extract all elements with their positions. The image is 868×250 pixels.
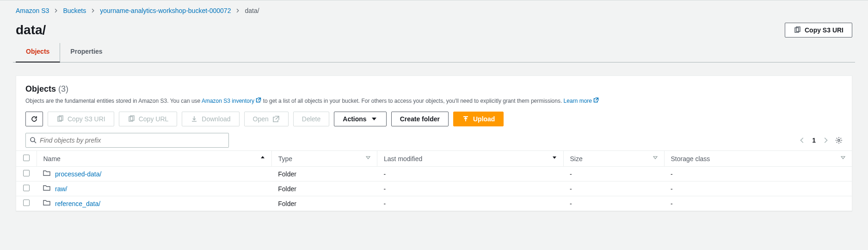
- cell-last-modified: -: [377, 196, 563, 211]
- caret-down-icon: [370, 115, 378, 123]
- toolbar: Copy S3 URI Copy URL Download Open Delet…: [25, 112, 843, 126]
- copy-icon: [794, 26, 801, 34]
- breadcrumb: Amazon S3 Buckets yourname-analytics-wor…: [13, 0, 855, 21]
- folder-icon: [43, 184, 50, 193]
- cell-storage-class: -: [664, 167, 852, 181]
- delete-button[interactable]: Delete: [293, 112, 329, 126]
- sort-icon: [841, 155, 845, 161]
- svg-line-7: [34, 141, 36, 143]
- external-link-icon: [256, 98, 261, 104]
- cell-storage-class: -: [664, 196, 852, 211]
- inventory-link[interactable]: Amazon S3 inventory: [202, 98, 263, 104]
- col-name[interactable]: Name: [37, 151, 271, 167]
- cell-size: -: [563, 181, 664, 196]
- col-last-modified[interactable]: Last modified: [377, 151, 563, 167]
- settings-button[interactable]: [835, 137, 843, 144]
- table-row: raw/ Folder - - -: [16, 181, 852, 196]
- sort-icon: [653, 155, 658, 161]
- prev-page-button[interactable]: [799, 137, 806, 144]
- folder-icon: [43, 169, 50, 178]
- sort-icon: [366, 155, 370, 161]
- chevron-right-icon: [89, 8, 97, 13]
- external-link-icon: [272, 115, 280, 123]
- cell-type: Folder: [271, 167, 377, 181]
- table-row: reference_data/ Folder - - -: [16, 196, 852, 211]
- copy-s3-uri-label: Copy S3 URI: [805, 26, 843, 34]
- page-title: data/: [16, 23, 46, 38]
- cell-storage-class: -: [664, 181, 852, 196]
- objects-table: Name Type Last modified Size: [16, 150, 852, 211]
- col-type[interactable]: Type: [271, 151, 377, 167]
- open-button[interactable]: Open: [244, 112, 289, 126]
- download-button[interactable]: Download: [182, 112, 239, 126]
- svg-point-6: [31, 138, 35, 142]
- chevron-right-icon: [52, 8, 60, 13]
- tabs: Objects Properties: [13, 43, 855, 62]
- sort-asc-icon: [260, 155, 265, 161]
- actions-button[interactable]: Actions: [334, 112, 386, 126]
- tab-objects[interactable]: Objects: [16, 43, 60, 62]
- breadcrumb-current: data/: [245, 7, 259, 14]
- cell-type: Folder: [271, 196, 377, 211]
- row-checkbox[interactable]: [23, 185, 30, 191]
- row-checkbox[interactable]: [23, 170, 30, 176]
- pagination: 1: [799, 137, 843, 144]
- refresh-icon: [31, 115, 38, 123]
- next-page-button[interactable]: [822, 137, 829, 144]
- panel-description: Objects are the fundamental entities sto…: [25, 97, 843, 105]
- select-all-checkbox[interactable]: [23, 155, 30, 161]
- breadcrumb-link-bucket[interactable]: yourname-analytics-workshop-bucket-00007…: [100, 7, 231, 14]
- copy-icon: [56, 115, 64, 123]
- cell-size: -: [563, 196, 664, 211]
- download-icon: [191, 115, 198, 123]
- refresh-button[interactable]: [25, 112, 43, 126]
- col-storage-class[interactable]: Storage class: [664, 151, 852, 167]
- cell-size: -: [563, 167, 664, 181]
- svg-point-8: [838, 139, 840, 141]
- upload-button[interactable]: Upload: [453, 112, 504, 126]
- page-number: 1: [812, 137, 816, 144]
- panel-title: Objects (3): [25, 84, 68, 94]
- sort-icon: [552, 155, 557, 161]
- breadcrumb-link-buckets[interactable]: Buckets: [63, 7, 86, 14]
- upload-icon: [462, 115, 469, 123]
- objects-panel: Objects (3) Objects are the fundamental …: [16, 75, 852, 211]
- cell-last-modified: -: [377, 167, 563, 181]
- search-box[interactable]: [25, 133, 229, 148]
- object-name-link[interactable]: reference_data/: [55, 200, 100, 207]
- copy-s3-uri-toolbar-button[interactable]: Copy S3 URI: [48, 112, 114, 126]
- cell-type: Folder: [271, 181, 377, 196]
- breadcrumb-link-s3[interactable]: Amazon S3: [16, 7, 49, 14]
- folder-icon: [43, 199, 50, 208]
- copy-s3-uri-button[interactable]: Copy S3 URI: [785, 23, 852, 38]
- external-link-icon: [593, 98, 599, 104]
- copy-icon: [128, 115, 135, 123]
- object-name-link[interactable]: raw/: [55, 185, 67, 193]
- search-input[interactable]: [40, 137, 225, 144]
- row-checkbox[interactable]: [23, 200, 30, 206]
- learn-more-link[interactable]: Learn more: [564, 98, 599, 104]
- chevron-right-icon: [234, 8, 242, 13]
- table-row: processed-data/ Folder - - -: [16, 167, 852, 181]
- tab-properties[interactable]: Properties: [60, 43, 112, 62]
- object-name-link[interactable]: processed-data/: [55, 170, 101, 178]
- col-size[interactable]: Size: [563, 151, 664, 167]
- create-folder-button[interactable]: Create folder: [391, 112, 449, 126]
- cell-last-modified: -: [377, 181, 563, 196]
- search-icon: [30, 137, 37, 144]
- copy-url-button[interactable]: Copy URL: [119, 112, 178, 126]
